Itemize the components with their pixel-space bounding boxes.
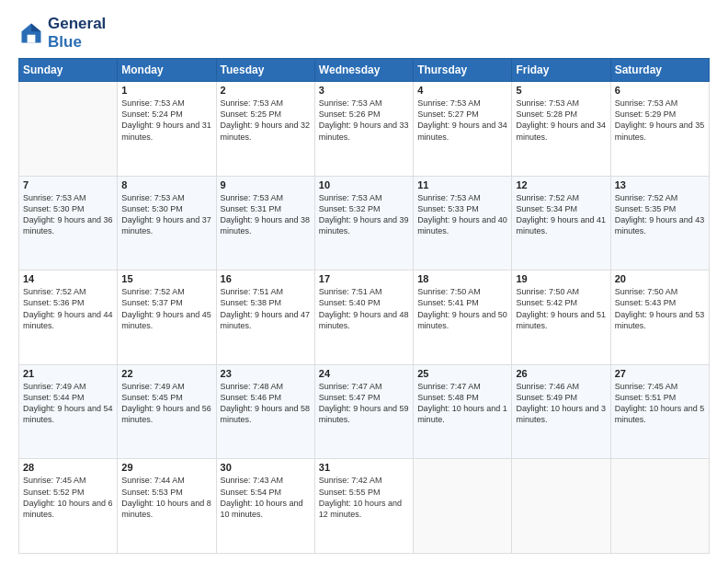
sunrise-info: Sunrise: 7:45 AM: [615, 381, 705, 392]
day-info: Sunrise: 7:53 AMSunset: 5:31 PMDaylight:…: [221, 192, 311, 237]
daylight-info: Daylight: 9 hours and 54 minutes.: [23, 403, 113, 425]
sunrise-info: Sunrise: 7:43 AM: [221, 475, 311, 486]
day-number: 13: [615, 179, 705, 190]
day-number: 16: [221, 273, 311, 284]
day-number: 7: [23, 179, 113, 190]
day-number: 18: [417, 273, 507, 284]
day-info: Sunrise: 7:53 AMSunset: 5:25 PMDaylight:…: [221, 98, 311, 143]
svg-rect-2: [28, 34, 36, 42]
daylight-info: Daylight: 9 hours and 53 minutes.: [615, 309, 705, 331]
sunrise-info: Sunrise: 7:52 AM: [23, 286, 113, 297]
calendar-cell: 19Sunrise: 7:50 AMSunset: 5:42 PMDayligh…: [512, 270, 610, 365]
day-info: Sunrise: 7:44 AMSunset: 5:53 PMDaylight:…: [121, 475, 211, 520]
daylight-info: Daylight: 10 hours and 8 minutes.: [121, 498, 211, 520]
daylight-info: Daylight: 9 hours and 58 minutes.: [221, 403, 311, 425]
day-info: Sunrise: 7:52 AMSunset: 5:36 PMDaylight:…: [23, 286, 113, 331]
daylight-info: Daylight: 9 hours and 34 minutes.: [516, 120, 606, 142]
sunset-info: Sunset: 5:53 PM: [121, 487, 211, 498]
sunrise-info: Sunrise: 7:52 AM: [615, 192, 705, 203]
calendar-cell: 11Sunrise: 7:53 AMSunset: 5:33 PMDayligh…: [414, 176, 512, 270]
daylight-info: Daylight: 9 hours and 36 minutes.: [23, 214, 113, 236]
calendar-header-row: SundayMondayTuesdayWednesdayThursdayFrid…: [19, 59, 710, 82]
calendar-cell: [610, 459, 709, 554]
calendar-cell: 16Sunrise: 7:51 AMSunset: 5:38 PMDayligh…: [216, 270, 314, 365]
day-info: Sunrise: 7:53 AMSunset: 5:27 PMDaylight:…: [417, 98, 507, 143]
sunrise-info: Sunrise: 7:49 AM: [23, 381, 113, 392]
day-number: 27: [615, 368, 705, 379]
day-info: Sunrise: 7:47 AMSunset: 5:47 PMDaylight:…: [319, 381, 409, 426]
sunset-info: Sunset: 5:47 PM: [319, 392, 409, 403]
sunset-info: Sunset: 5:29 PM: [615, 109, 705, 120]
calendar-cell: 29Sunrise: 7:44 AMSunset: 5:53 PMDayligh…: [118, 459, 216, 554]
sunset-info: Sunset: 5:25 PM: [221, 109, 311, 120]
day-number: 3: [319, 85, 409, 96]
day-number: 29: [121, 462, 211, 473]
calendar-cell: 28Sunrise: 7:45 AMSunset: 5:52 PMDayligh…: [19, 459, 118, 554]
day-info: Sunrise: 7:47 AMSunset: 5:48 PMDaylight:…: [417, 381, 507, 426]
sunset-info: Sunset: 5:51 PM: [615, 392, 705, 403]
calendar-week-5: 28Sunrise: 7:45 AMSunset: 5:52 PMDayligh…: [19, 459, 710, 554]
sunset-info: Sunset: 5:43 PM: [615, 297, 705, 308]
calendar-cell: 3Sunrise: 7:53 AMSunset: 5:26 PMDaylight…: [314, 82, 413, 177]
sunrise-info: Sunrise: 7:52 AM: [516, 192, 606, 203]
calendar-cell: 4Sunrise: 7:53 AMSunset: 5:27 PMDaylight…: [414, 82, 512, 177]
daylight-info: Daylight: 9 hours and 51 minutes.: [516, 309, 606, 331]
sunset-info: Sunset: 5:34 PM: [516, 203, 606, 214]
daylight-info: Daylight: 9 hours and 43 minutes.: [615, 214, 705, 236]
daylight-info: Daylight: 9 hours and 47 minutes.: [221, 309, 311, 331]
calendar-cell: 8Sunrise: 7:53 AMSunset: 5:30 PMDaylight…: [118, 176, 216, 270]
daylight-info: Daylight: 10 hours and 5 minutes.: [615, 403, 705, 425]
calendar-cell: 27Sunrise: 7:45 AMSunset: 5:51 PMDayligh…: [610, 364, 709, 459]
sunrise-info: Sunrise: 7:53 AM: [615, 98, 705, 109]
day-info: Sunrise: 7:45 AMSunset: 5:52 PMDaylight:…: [23, 475, 113, 520]
sunset-info: Sunset: 5:37 PM: [121, 297, 211, 308]
sunset-info: Sunset: 5:28 PM: [516, 109, 606, 120]
sunrise-info: Sunrise: 7:52 AM: [121, 286, 211, 297]
sunrise-info: Sunrise: 7:53 AM: [221, 98, 311, 109]
day-number: 5: [516, 85, 606, 96]
sunset-info: Sunset: 5:30 PM: [121, 203, 211, 214]
day-number: 31: [319, 462, 409, 473]
day-info: Sunrise: 7:52 AMSunset: 5:34 PMDaylight:…: [516, 192, 606, 237]
day-info: Sunrise: 7:53 AMSunset: 5:30 PMDaylight:…: [23, 192, 113, 237]
daylight-info: Daylight: 9 hours and 37 minutes.: [121, 214, 211, 236]
day-info: Sunrise: 7:53 AMSunset: 5:28 PMDaylight:…: [516, 98, 606, 143]
day-info: Sunrise: 7:53 AMSunset: 5:33 PMDaylight:…: [417, 192, 507, 237]
sunrise-info: Sunrise: 7:42 AM: [319, 475, 409, 486]
sunrise-info: Sunrise: 7:47 AM: [417, 381, 507, 392]
calendar-cell: 14Sunrise: 7:52 AMSunset: 5:36 PMDayligh…: [19, 270, 118, 365]
day-number: 20: [615, 273, 705, 284]
weekday-header-monday: Monday: [118, 59, 216, 82]
day-number: 14: [23, 273, 113, 284]
day-number: 10: [319, 179, 409, 190]
sunset-info: Sunset: 5:36 PM: [23, 297, 113, 308]
day-number: 1: [121, 85, 211, 96]
calendar-cell: 9Sunrise: 7:53 AMSunset: 5:31 PMDaylight…: [216, 176, 314, 270]
sunrise-info: Sunrise: 7:53 AM: [516, 98, 606, 109]
daylight-info: Daylight: 9 hours and 59 minutes.: [319, 403, 409, 425]
calendar-cell: 30Sunrise: 7:43 AMSunset: 5:54 PMDayligh…: [216, 459, 314, 554]
calendar-week-2: 7Sunrise: 7:53 AMSunset: 5:30 PMDaylight…: [19, 176, 710, 270]
day-info: Sunrise: 7:51 AMSunset: 5:40 PMDaylight:…: [319, 286, 409, 331]
sunset-info: Sunset: 5:42 PM: [516, 297, 606, 308]
calendar-cell: 5Sunrise: 7:53 AMSunset: 5:28 PMDaylight…: [512, 82, 610, 177]
calendar-cell: 15Sunrise: 7:52 AMSunset: 5:37 PMDayligh…: [118, 270, 216, 365]
page: General Blue SundayMondayTuesdayWednesda…: [0, 0, 728, 563]
sunrise-info: Sunrise: 7:48 AM: [221, 381, 311, 392]
daylight-info: Daylight: 9 hours and 33 minutes.: [319, 120, 409, 142]
calendar-cell: 13Sunrise: 7:52 AMSunset: 5:35 PMDayligh…: [610, 176, 709, 270]
calendar-cell: 17Sunrise: 7:51 AMSunset: 5:40 PMDayligh…: [314, 270, 413, 365]
calendar-cell: [414, 459, 512, 554]
calendar-week-1: 1Sunrise: 7:53 AMSunset: 5:24 PMDaylight…: [19, 82, 710, 177]
daylight-info: Daylight: 9 hours and 50 minutes.: [417, 309, 507, 331]
day-number: 15: [121, 273, 211, 284]
weekday-header-saturday: Saturday: [610, 59, 709, 82]
daylight-info: Daylight: 9 hours and 40 minutes.: [417, 214, 507, 236]
daylight-info: Daylight: 10 hours and 1 minute.: [417, 403, 507, 425]
day-number: 22: [121, 368, 211, 379]
calendar-cell: 26Sunrise: 7:46 AMSunset: 5:49 PMDayligh…: [512, 364, 610, 459]
svg-marker-1: [31, 23, 41, 31]
day-number: 24: [319, 368, 409, 379]
sunset-info: Sunset: 5:55 PM: [319, 487, 409, 498]
calendar-cell: 21Sunrise: 7:49 AMSunset: 5:44 PMDayligh…: [19, 364, 118, 459]
